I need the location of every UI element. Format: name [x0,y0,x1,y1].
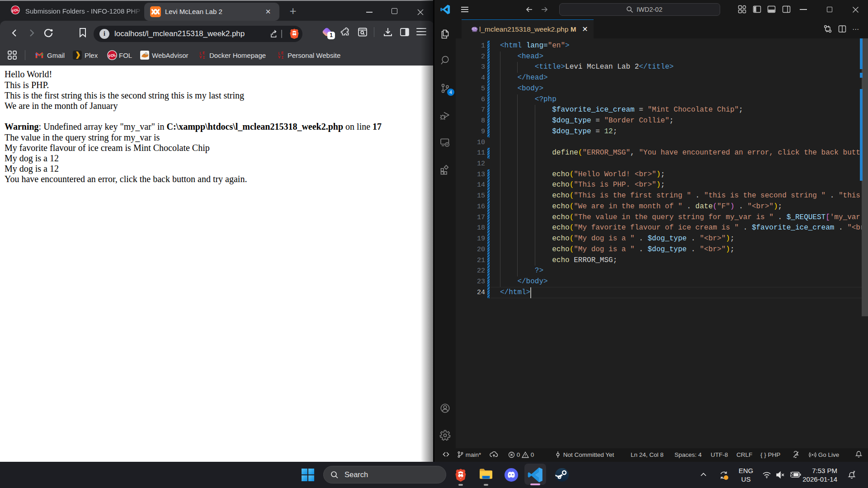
svg-text:VI: VI [278,55,283,60]
svg-text:VI: VI [199,55,205,60]
